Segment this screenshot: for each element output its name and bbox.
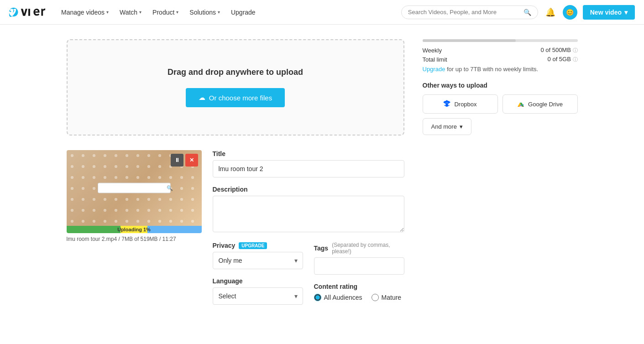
radio-mature[interactable]: Mature (372, 294, 402, 301)
choose-files-button[interactable]: ☁ Or choose more files (186, 88, 285, 107)
chevron-down-icon: ▾ (218, 10, 220, 15)
search-icon: 🔍 (167, 185, 173, 191)
dropbox-icon (443, 99, 450, 109)
upload-section: Drag and drop anywhere to upload ☁ Or ch… (67, 39, 404, 313)
total-label: Total limit (423, 56, 447, 63)
weekly-info-icon[interactable]: ⓘ (573, 47, 578, 53)
radio-all-audiences[interactable]: All Audiences (314, 294, 362, 301)
upload-sidebar: Weekly 0 of 500MB ⓘ Total limit 0 of 5GB… (423, 39, 578, 313)
chevron-down-icon: ▾ (106, 10, 109, 15)
total-info-icon[interactable]: ⓘ (573, 57, 578, 62)
search-icon: 🔍 (524, 9, 531, 16)
title-label: Title (213, 150, 404, 157)
tags-group: Tags (Separated by commas, please!) (314, 242, 404, 275)
content-rating-label: Content rating (314, 283, 404, 290)
privacy-label: Privacy UPGRADE (213, 242, 303, 249)
pause-button[interactable]: ⏸ (171, 154, 183, 167)
privacy-group: Privacy UPGRADE Only me ▾ (213, 242, 303, 269)
cancel-upload-button[interactable]: ✕ (185, 154, 198, 167)
total-value: 0 of 5GB ⓘ (548, 56, 578, 63)
title-group: Title (213, 150, 404, 177)
logo[interactable] (9, 6, 46, 19)
search-input[interactable] (408, 9, 524, 16)
weekly-storage-row: Weekly 0 of 500MB ⓘ (423, 47, 578, 54)
description-group: Description (213, 186, 404, 234)
chevron-down-icon: ▾ (460, 123, 463, 130)
nav-watch[interactable]: Watch ▾ (115, 6, 146, 19)
search-bar[interactable]: 🔍 (401, 5, 538, 19)
main-content: Drag and drop anywhere to upload ☁ Or ch… (48, 25, 596, 328)
language-select-wrapper: Select ▾ (213, 287, 303, 305)
avatar[interactable]: 😊 (563, 5, 577, 20)
total-storage-row: Total limit 0 of 5GB ⓘ (423, 56, 578, 63)
notifications-button[interactable]: 🔔 (544, 5, 557, 19)
other-ways-title: Other ways to upload (423, 82, 578, 89)
upload-status-label: Uploading 1% (67, 226, 202, 233)
and-more-button[interactable]: And more ▾ (423, 118, 471, 135)
video-thumb: ⏸ ✕ 🔍 Uploading 1% (67, 150, 202, 233)
language-group: Language Select ▾ (213, 277, 303, 305)
upload-service-row: Dropbox Google Drive (423, 94, 578, 114)
upload-progress-bar: Uploading 1% (67, 226, 202, 233)
video-upload-form: Title Description Privacy UPGRADE (213, 150, 404, 313)
privacy-select-wrapper: Only me ▾ (213, 252, 303, 269)
progress-section: Weekly 0 of 500MB ⓘ Total limit 0 of 5GB… (423, 39, 578, 73)
language-select[interactable]: Select (213, 287, 303, 305)
weekly-label: Weekly (423, 47, 442, 54)
weekly-value: 0 of 500MB ⓘ (540, 47, 577, 54)
form-row-privacy-tags: Privacy UPGRADE Only me ▾ Lang (213, 242, 404, 313)
video-thumbnail-wrapper: ⏸ ✕ 🔍 Uploading 1% (67, 150, 202, 313)
thumb-search-input[interactable] (102, 185, 165, 191)
uploading-section: ⏸ ✕ 🔍 Uploading 1% (67, 150, 404, 313)
tags-col: Tags (Separated by commas, please!) Cont… (314, 242, 404, 313)
nav-upgrade[interactable]: Upgrade (226, 6, 260, 19)
thumb-search-bar[interactable]: 🔍 (98, 183, 171, 193)
thumb-controls: ⏸ ✕ (171, 154, 198, 167)
description-label: Description (213, 186, 404, 193)
dropbox-button[interactable]: Dropbox (423, 94, 498, 114)
video-filename: lmu room tour 2.mp4 / 7MB of 519MB / 11:… (67, 236, 202, 242)
main-nav: Manage videos ▾ Watch ▾ Product ▾ Soluti… (57, 6, 401, 19)
thumb-image: ⏸ ✕ 🔍 (67, 150, 202, 226)
upgrade-badge[interactable]: UPGRADE (239, 242, 267, 249)
privacy-select[interactable]: Only me (213, 252, 303, 269)
new-video-button[interactable]: New video ▾ (583, 5, 635, 20)
title-input[interactable] (213, 160, 404, 177)
drop-zone[interactable]: Drag and drop anywhere to upload ☁ Or ch… (67, 39, 404, 136)
content-rating-group: Content rating All Audiences Mature (314, 283, 404, 301)
nav-manage-videos[interactable]: Manage videos ▾ (57, 6, 113, 19)
header: Manage videos ▾ Watch ▾ Product ▾ Soluti… (0, 0, 644, 25)
other-ways-section: Other ways to upload Dropbox Google Driv… (423, 82, 578, 135)
privacy-col: Privacy UPGRADE Only me ▾ Lang (213, 242, 303, 313)
nav-solutions[interactable]: Solutions ▾ (185, 6, 225, 19)
header-right: 🔍 🔔 😊 New video ▾ (401, 5, 635, 20)
chevron-down-icon: ▾ (139, 10, 141, 15)
storage-progress-bar-outer (423, 39, 578, 42)
chevron-down-icon: ▾ (624, 9, 628, 16)
drag-drop-text: Drag and drop anywhere to upload (86, 68, 385, 77)
nav-product[interactable]: Product ▾ (148, 6, 183, 19)
tags-label-row: Tags (Separated by commas, please!) (314, 242, 404, 255)
language-label: Language (213, 277, 303, 285)
upgrade-note: Upgrade for up to 7TB with no weekly lim… (423, 66, 578, 73)
content-rating-options: All Audiences Mature (314, 294, 404, 301)
description-textarea[interactable] (213, 196, 404, 232)
chevron-down-icon: ▾ (176, 10, 178, 15)
google-drive-icon (517, 100, 524, 109)
tags-input[interactable] (314, 257, 404, 275)
storage-progress-bar-inner (423, 39, 516, 42)
tags-hint: (Separated by commas, please!) (332, 242, 404, 255)
google-drive-button[interactable]: Google Drive (503, 94, 578, 114)
upgrade-link[interactable]: Upgrade (423, 66, 445, 73)
